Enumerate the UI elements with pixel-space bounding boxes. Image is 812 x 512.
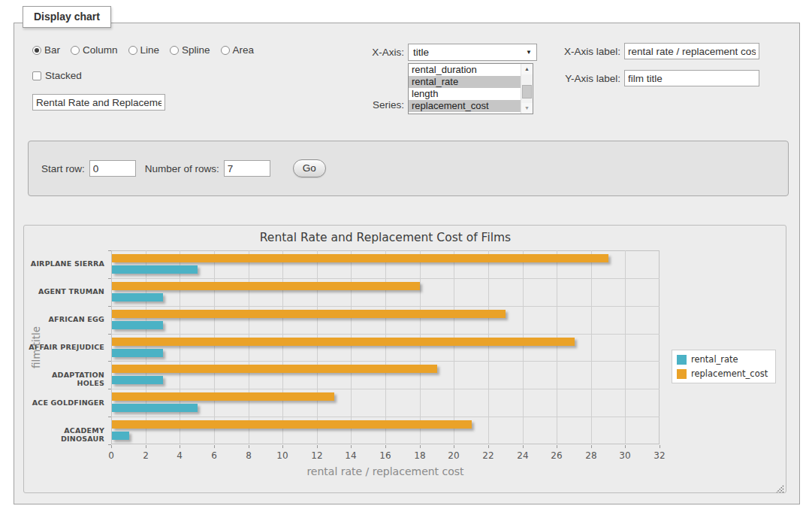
x-tick-mark (249, 445, 249, 448)
y-axis-label-input[interactable] (624, 70, 759, 86)
bar-replacement_cost (112, 420, 472, 429)
y-axis-title: film title (30, 314, 42, 381)
y-tick-mark (108, 278, 111, 279)
scrollbar-thumb[interactable] (522, 85, 532, 98)
x-axis-select-label: X-Axis: (358, 47, 404, 58)
x-tick-mark (557, 445, 557, 448)
x-tick-mark (146, 445, 146, 448)
y-tick-mark (108, 361, 111, 362)
legend-item: replacement_cost (677, 368, 768, 379)
chart-type-radio-group: Bar Column Line Spline Area (32, 44, 254, 56)
y-axis-label-label: Y-Axis label: (557, 73, 620, 84)
display-chart-fieldset: Display chart Bar Column Line Spline Are… (14, 23, 800, 504)
x-tick-label: 30 (614, 450, 636, 461)
gridline (249, 250, 249, 444)
x-axis-label-input[interactable] (624, 43, 759, 59)
go-button[interactable]: Go (293, 159, 326, 177)
gridline (111, 306, 660, 307)
x-axis-selected-value: title (413, 47, 429, 58)
bar-rental_rate (112, 432, 129, 440)
bar-replacement_cost (112, 338, 575, 346)
gridline (111, 334, 660, 335)
row-range-panel: Start row: Number of rows: Go (28, 141, 789, 196)
x-tick-label: 24 (512, 450, 534, 461)
series-option[interactable]: replacement_cost (409, 100, 521, 112)
x-axis-label-row: X-Axis label: (557, 43, 759, 59)
chart-container: Rental Rate and Replacement Cost of Film… (23, 225, 786, 493)
resize-grip-icon[interactable] (775, 482, 784, 491)
x-axis-select[interactable]: title ▼ (408, 44, 537, 61)
gridline (180, 250, 180, 444)
x-tick-label: 6 (203, 450, 225, 461)
bar-rental_rate (112, 404, 198, 412)
gridline (591, 250, 592, 444)
chart-type-radio-area[interactable]: Area (221, 44, 255, 56)
gridline (488, 250, 489, 444)
gridline (385, 250, 386, 444)
x-tick-label: 22 (477, 450, 500, 461)
series-option[interactable]: length (409, 88, 521, 100)
series-listbox[interactable]: rental_duration rental_rate length repla… (408, 63, 533, 114)
gridline (557, 250, 557, 444)
x-tick-mark (180, 445, 180, 448)
start-row-input[interactable] (89, 160, 136, 177)
radio-icon (32, 46, 41, 55)
gridline (523, 250, 524, 444)
y-tick-mark (108, 306, 111, 307)
category-label: AGENT TRUMAN (24, 287, 104, 295)
x-tick-label: 20 (442, 450, 465, 461)
x-tick-mark (111, 445, 112, 448)
chart-type-radio-column[interactable]: Column (71, 44, 118, 56)
radio-icon (221, 46, 230, 55)
chevron-down-icon: ▼ (526, 49, 532, 56)
x-tick-label: 2 (134, 450, 157, 461)
x-axis-row: X-Axis: title ▼ (358, 44, 537, 61)
chart-title-input[interactable] (32, 94, 165, 111)
scroll-down-icon[interactable]: ▼ (521, 103, 533, 114)
stacked-checkbox[interactable]: Stacked (32, 70, 254, 81)
radio-label: Bar (44, 44, 60, 56)
x-tick-label: 16 (374, 450, 397, 461)
x-tick-label: 10 (271, 450, 294, 461)
x-tick-label: 18 (409, 450, 431, 461)
chart-controls: Bar Column Line Spline Area Stacked X-Ax… (23, 43, 790, 135)
series-option[interactable]: rental_rate (409, 76, 521, 88)
x-axis-label-label: X-Axis label: (557, 46, 620, 57)
scrollbar-track[interactable] (521, 74, 533, 103)
x-tick-mark (385, 445, 386, 448)
scroll-up-icon[interactable]: ▲ (521, 64, 533, 74)
legend-swatch-icon (677, 369, 687, 379)
y-tick-mark (108, 250, 111, 251)
x-tick-label: 4 (168, 450, 191, 461)
axis-series-column: X-Axis: title ▼ Series: rental_duration … (358, 44, 537, 114)
x-tick-mark (523, 445, 524, 448)
num-rows-label: Number of rows: (145, 163, 219, 174)
chart-type-radio-bar[interactable]: Bar (32, 44, 60, 56)
radio-icon (128, 46, 137, 55)
gridline (625, 250, 626, 444)
x-tick-mark (317, 445, 318, 448)
chart-type-column: Bar Column Line Spline Area Stacked (32, 43, 254, 111)
x-tick-mark (454, 445, 454, 448)
series-option[interactable]: rental_duration (409, 64, 521, 76)
num-rows-input[interactable] (224, 160, 270, 177)
chart-type-radio-line[interactable]: Line (128, 44, 160, 56)
x-tick-mark (420, 445, 421, 448)
x-tick-mark (282, 445, 283, 448)
chart-type-radio-spline[interactable]: Spline (170, 44, 210, 56)
bar-rental_rate (112, 349, 163, 357)
radio-label: Spline (182, 44, 210, 56)
x-tick-label: 12 (306, 450, 328, 461)
bar-replacement_cost (112, 392, 334, 401)
x-tick-mark (351, 445, 352, 448)
y-axis-label-row: Y-Axis label: (557, 70, 759, 86)
legend-label: replacement_cost (691, 368, 768, 379)
gridline (420, 250, 421, 444)
legend-label: rental_rate (691, 354, 738, 365)
radio-icon (71, 46, 80, 55)
bar-rental_rate (112, 265, 198, 274)
series-row: Series: rental_duration rental_rate leng… (358, 63, 537, 114)
listbox-scrollbar[interactable]: ▲ ▼ (521, 64, 533, 114)
gridline (214, 250, 215, 444)
axis-label-column: X-Axis label: Y-Axis label: (557, 43, 759, 97)
